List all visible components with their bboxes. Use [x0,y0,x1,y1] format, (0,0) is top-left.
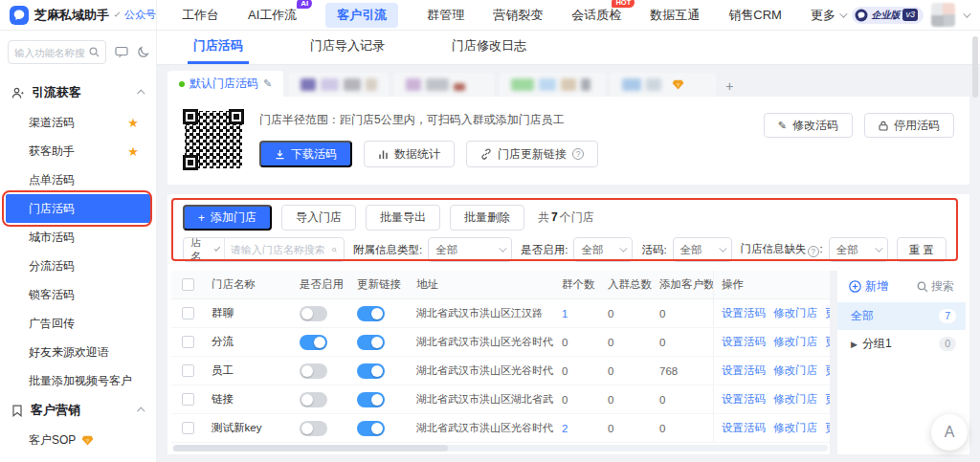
download-code-button[interactable]: 下载活码 [259,141,352,167]
search-icon[interactable] [332,245,337,255]
import-store-button[interactable]: 导入门店 [281,205,356,231]
update-link-toggle[interactable] [357,392,385,407]
reset-button[interactable]: 重 置 [897,237,947,262]
modify-store-link[interactable]: 修改门店 [773,392,817,407]
redacted-tab[interactable] [500,73,605,97]
section-traffic-acquisition[interactable]: 引流获客 [0,77,156,108]
redacted-tab[interactable] [611,73,716,97]
disable-code-button[interactable]: 停用活码 [864,113,954,138]
function-search-box[interactable] [8,40,106,64]
help-question-icon[interactable]: ? [808,246,819,257]
enable-toggle[interactable] [300,392,327,407]
update-link-toggle[interactable] [357,306,385,321]
batch-export-button[interactable]: 批量导出 [366,205,440,231]
row-checkbox[interactable] [182,422,194,434]
nav-marketing-fission[interactable]: 营销裂变 [493,7,543,24]
modify-store-link[interactable]: 修改门店 [773,335,817,349]
help-question-icon[interactable]: ? [572,148,584,160]
add-tab-button[interactable]: + [722,78,737,97]
group-count[interactable]: 1 [554,308,600,319]
sidebar-item-batch-add-video-customers[interactable]: 批量添加视频号客户 [0,366,156,395]
function-search-input[interactable] [14,47,85,58]
add-store-button[interactable]: +添加门店 [183,205,272,231]
sidebar-item-friend-source-welcome[interactable]: 好友来源欢迎语 [0,338,156,366]
update-link-toggle[interactable] [357,421,385,436]
nav-chat-quality[interactable]: 会话质检HOT [571,7,621,24]
update-link-toggle[interactable] [357,335,385,350]
live-code-select[interactable]: 全部 [673,237,732,262]
scrollbar-thumb[interactable] [173,445,448,451]
more-link[interactable]: 更多 [825,392,830,407]
row-checkbox[interactable] [182,393,194,406]
set-code-link[interactable]: 设置活码 [722,392,766,407]
sidebar-item-ad-callback[interactable]: 广告回传 [0,309,156,338]
enable-toggle[interactable] [300,335,327,350]
enable-toggle[interactable] [300,421,327,436]
horizontal-scrollbar[interactable] [173,445,828,451]
enable-toggle[interactable] [300,363,327,379]
modify-store-link[interactable]: 修改门店 [773,306,817,320]
sidebar-item-order-code[interactable]: 点单活码 [0,165,156,194]
row-checkbox[interactable] [182,336,194,348]
tab-store-import-records[interactable]: 门店导入记录 [304,31,390,64]
search-field-select[interactable]: 门店名称 [184,238,225,261]
modify-code-button[interactable]: ✎ 修改活码 [764,113,853,138]
sidebar-item-customer-sop[interactable]: 客户SOP [0,426,156,454]
set-code-link[interactable]: 设置活码 [722,306,766,320]
modify-store-link[interactable]: 修改门店 [773,421,817,435]
nav-ai-workflow[interactable]: AI工作流AI [248,7,297,24]
star-icon[interactable]: ★ [127,117,139,129]
update-link-toggle[interactable] [357,363,385,379]
set-code-link[interactable]: 设置活码 [722,363,766,378]
edition-badge[interactable]: 企业版 v3 [852,7,924,24]
missing-info-select[interactable]: 全部 [829,237,888,262]
sidebar-item-split-code[interactable]: 分流活码 [0,252,156,280]
floating-assistant-button[interactable]: A [931,414,968,451]
attached-info-type-select[interactable]: 全部 [428,237,512,262]
enabled-select[interactable]: 全部 [573,237,633,262]
sidebar-item-city-code[interactable]: 城市活码 [0,223,156,252]
feedback-icon[interactable] [115,46,128,58]
caret-right-icon[interactable]: ▶ [851,340,858,349]
tab-default-store-code[interactable]: 默认门店活码 ✎ [167,71,283,97]
tab-store-live-code[interactable]: 门店活码 [188,31,249,64]
nav-data-interchange[interactable]: 数据互通 [650,7,700,24]
group-count[interactable]: 2 [554,423,600,434]
nav-workbench[interactable]: 工作台 [182,7,219,24]
vertical-scrollbar-thumb[interactable] [972,36,978,98]
nav-more[interactable]: 更多 [811,7,845,24]
brand-area[interactable]: 芝麻私域助手 公众号 [0,0,157,30]
sidebar-item-customer-broadcast[interactable]: 客户群发 [0,454,156,462]
set-code-link[interactable]: 设置活码 [722,421,766,435]
sidebar-item-store-code[interactable]: 门店活码 [6,194,150,223]
row-checkbox[interactable] [182,307,194,319]
user-avatar[interactable] [931,3,955,27]
chevron-down-icon[interactable] [963,10,970,17]
edit-pencil-icon[interactable]: ✎ [263,77,272,90]
nav-group-management[interactable]: 群管理 [427,7,464,24]
section-customer-marketing[interactable]: 客户营销 [0,395,156,426]
store-name-input[interactable] [225,238,332,261]
sidebar-item-channel-code[interactable]: 渠道活码★ [0,108,156,137]
sidebar-item-acquisition-helper[interactable]: 获客助手★ [0,137,156,165]
more-link[interactable]: 更多 [825,363,830,378]
row-checkbox[interactable] [182,364,194,377]
sidebar-item-lock-customer-code[interactable]: 锁客活码 [0,280,156,309]
chevron-down-icon[interactable] [115,11,121,16]
redacted-tab[interactable] [289,73,389,97]
nav-sales-crm[interactable]: 销售CRM [728,7,782,24]
group-search-button[interactable]: 搜索 [917,278,954,295]
batch-delete-button[interactable]: 批量删除 [450,205,524,231]
dark-mode-moon-icon[interactable] [137,46,149,58]
data-statistics-button[interactable]: 数据统计 [364,141,455,167]
more-link[interactable]: 更多 [825,335,830,349]
group-item-1[interactable]: ▶ 分组1 0 [837,330,966,358]
star-icon[interactable]: ★ [127,145,139,158]
group-item-all[interactable]: 全部 7 [837,302,966,330]
add-group-button[interactable]: 新增 [849,278,888,295]
redacted-tab[interactable] [394,73,494,97]
modify-store-link[interactable]: 修改门店 [773,363,817,378]
more-link[interactable]: 更多 [825,306,830,320]
enable-toggle[interactable] [300,306,327,321]
tab-store-edit-log[interactable]: 门店修改日志 [446,31,532,64]
